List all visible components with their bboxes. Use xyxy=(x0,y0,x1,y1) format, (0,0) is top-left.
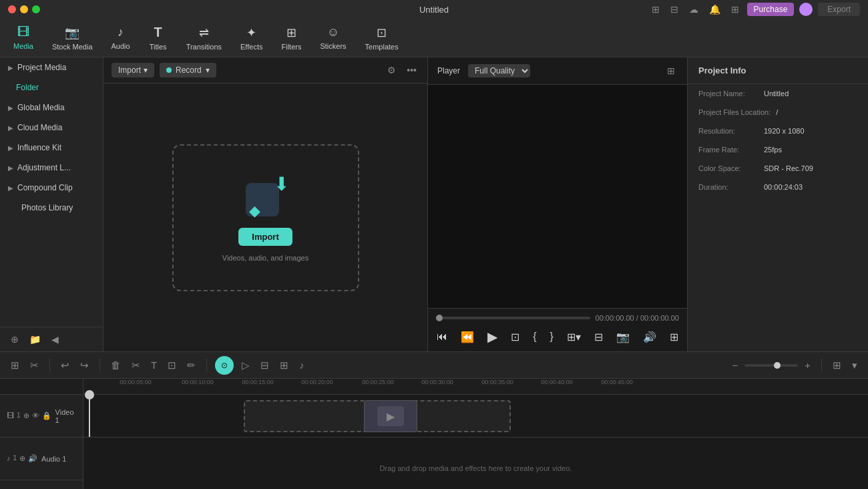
track-timeline: 00:00:05:00 00:00:10:00 00:00:15:00 00:0… xyxy=(83,379,868,489)
snapshot-icon[interactable]: 📷 xyxy=(614,329,632,345)
export-button[interactable]: Export xyxy=(818,3,860,16)
mark-options-icon[interactable]: ⊞▾ xyxy=(564,329,584,345)
clip2-icon[interactable]: ⊟ xyxy=(258,357,272,374)
draw-icon[interactable]: ✏ xyxy=(184,357,198,374)
undo-icon[interactable]: ↩ xyxy=(58,357,72,374)
project-name-value: Untitled xyxy=(764,90,789,98)
audio2-icon[interactable]: ♪ xyxy=(296,357,307,373)
quality-select[interactable]: Full Quality xyxy=(468,64,530,77)
timeline-grid-icon[interactable]: ⊞ xyxy=(8,357,22,374)
playhead[interactable] xyxy=(89,395,90,437)
timeline-magnet-icon[interactable]: ✂ xyxy=(27,357,41,374)
record-dot-icon xyxy=(166,67,172,73)
zoom-slider[interactable] xyxy=(744,364,798,367)
info-row-files: Project Files Location: / xyxy=(688,103,868,122)
toolbar-item-effects[interactable]: ✦ Effects xyxy=(232,21,270,55)
filters-icon: ⊞ xyxy=(286,25,296,40)
close-button[interactable] xyxy=(8,5,16,13)
track-add-icon[interactable]: ⊕ xyxy=(23,412,29,420)
cloud-icon[interactable]: ☁ xyxy=(686,3,701,16)
sidebar-item-folder[interactable]: Folder xyxy=(0,77,103,98)
traffic-lights xyxy=(8,5,40,13)
ripple-icon[interactable]: ▷ xyxy=(239,357,252,374)
import-drop-area: ⬇ ◆ Import Videos, audio, and images xyxy=(103,84,427,351)
skip-back-icon[interactable]: ⏮ xyxy=(434,329,450,344)
delete-icon[interactable]: 🗑 xyxy=(108,357,124,373)
ruler-mark: 00:00:10:00 xyxy=(182,379,214,385)
media-icon: 🎞 xyxy=(17,25,29,39)
import-button[interactable]: Import ▾ xyxy=(112,63,154,77)
mark-out-icon[interactable]: } xyxy=(548,329,556,344)
import-subtext: Videos, audio, and images xyxy=(222,254,308,262)
sidebar-item-influence-kit[interactable]: ▶ Influence Kit xyxy=(0,138,103,158)
minimize-button[interactable] xyxy=(20,5,28,13)
player-thumb xyxy=(436,315,443,321)
effects-icon: ✦ xyxy=(246,25,256,40)
insert-icon[interactable]: ⊟ xyxy=(592,329,606,345)
track-eye-icon[interactable]: 👁 xyxy=(32,412,39,420)
video-clip-icon: 🎞 xyxy=(7,412,14,420)
more-options-icon[interactable]: ••• xyxy=(404,63,419,77)
fullscreen-icon[interactable]: ⊞ xyxy=(664,64,678,77)
player-buttons: ⏮ ⏪ ▶ ⊡ { } ⊞▾ ⊟ 📷 🔊 ⊞ xyxy=(436,327,679,346)
maximize-button[interactable] xyxy=(32,5,40,13)
record-button[interactable]: Record ▾ xyxy=(160,63,216,77)
more-icon[interactable]: ▾ xyxy=(849,357,860,374)
sidebar-item-photos-library[interactable]: Photos Library xyxy=(0,198,103,218)
sidebar-item-cloud-media[interactable]: ▶ Cloud Media xyxy=(0,118,103,138)
sidebar-item-compound-clip[interactable]: ▶ Compound Clip xyxy=(0,178,103,198)
mark-in-icon[interactable]: { xyxy=(530,329,539,344)
audio-track-name: Audio 1 xyxy=(41,455,66,463)
bell-icon[interactable]: 🔔 xyxy=(706,3,723,16)
player-track[interactable] xyxy=(436,317,590,319)
toolbar-item-transitions[interactable]: ⇌ Transitions xyxy=(178,21,230,55)
sidebar-item-adjustment[interactable]: ▶ Adjustment L... xyxy=(0,158,103,178)
toolbar-item-titles[interactable]: T Titles xyxy=(141,21,176,55)
zoom-in-icon[interactable]: + xyxy=(802,357,813,373)
layout-icon[interactable]: ⊞ xyxy=(728,3,742,16)
resolution-value: 1920 x 1080 xyxy=(764,127,805,135)
zoom-thumb xyxy=(774,362,781,369)
step-back-icon[interactable]: ⏪ xyxy=(458,329,477,345)
snap-button[interactable]: ⊙ xyxy=(215,356,234,375)
import-icon-area: ⬇ ◆ xyxy=(242,173,289,220)
pip-icon[interactable]: ⊞ xyxy=(277,357,291,374)
redo-icon[interactable]: ↪ xyxy=(77,357,91,374)
sidebar-label-cloud-media: Cloud Media xyxy=(17,123,62,132)
monitor-icon[interactable]: ⊞ xyxy=(649,3,662,16)
main-toolbar: 🎞 Media 📷 Stock Media ♪ Audio T Titles ⇌… xyxy=(0,19,868,57)
video-track-content: ▶ xyxy=(83,395,868,437)
purchase-button[interactable]: Purchase xyxy=(747,3,795,16)
zoom-out-icon[interactable]: − xyxy=(729,357,740,373)
ruler-mark: 00:00:35:00 xyxy=(481,379,513,385)
import-box-button[interactable]: Import xyxy=(238,228,292,246)
toolbar-item-stock-media[interactable]: 📷 Stock Media xyxy=(44,21,101,55)
track-lock-icon[interactable]: 🔒 xyxy=(42,412,51,420)
filter-icon[interactable]: ⚙ xyxy=(385,63,399,77)
add-folder-icon[interactable]: ⊕ xyxy=(8,333,21,346)
collapse-icon[interactable]: ◀ xyxy=(49,333,61,346)
folder-icon[interactable]: 📁 xyxy=(27,333,43,346)
play-button[interactable]: ▶ xyxy=(485,327,500,346)
clip-icon[interactable]: ⊡ xyxy=(165,357,179,374)
sidebar-item-project-media[interactable]: ▶ Project Media xyxy=(0,57,103,77)
left-panel: ▶ Project Media Folder ▶ Global Media ▶ … xyxy=(0,57,103,351)
grid-icon[interactable]: ⊟ xyxy=(668,3,681,16)
toolbar-item-audio[interactable]: ♪ Audio xyxy=(103,21,138,54)
audio-icon[interactable]: 🔊 xyxy=(640,329,659,345)
track-mute-icon[interactable]: 🔊 xyxy=(28,454,37,463)
toolbar-item-stickers[interactable]: ☺ Stickers xyxy=(312,21,354,54)
player-header: Player Full Quality ⊞ xyxy=(428,57,687,85)
crop-icon[interactable]: ⊡ xyxy=(508,329,522,345)
text-icon[interactable]: T xyxy=(148,357,160,373)
duration-value: 00:00:24:03 xyxy=(764,183,803,191)
expand-icon[interactable]: ⊞ xyxy=(667,329,681,345)
cut-icon[interactable]: ✂ xyxy=(129,357,143,374)
toolbar-item-media[interactable]: 🎞 Media xyxy=(5,21,41,54)
toolbar-item-filters[interactable]: ⊞ Filters xyxy=(273,21,309,55)
sidebar-item-global-media[interactable]: ▶ Global Media xyxy=(0,98,103,118)
track-add-icon[interactable]: ⊕ xyxy=(19,454,25,463)
grid2-icon[interactable]: ⊞ xyxy=(830,357,844,374)
toolbar-item-templates[interactable]: ⊡ Templates xyxy=(357,21,407,55)
toolbar-label-filters: Filters xyxy=(281,43,301,51)
